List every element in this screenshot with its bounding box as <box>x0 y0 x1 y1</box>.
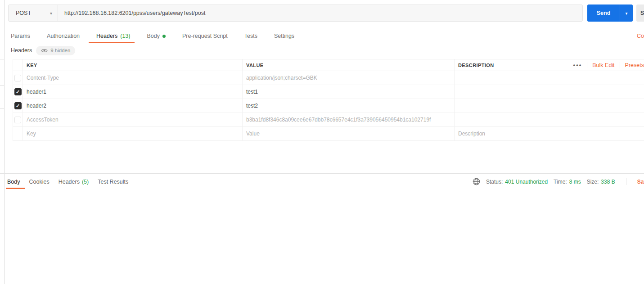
column-key: KEY <box>23 59 243 71</box>
value-cell[interactable]: Value <box>243 127 455 140</box>
method-select[interactable]: POST ▾ <box>9 5 58 21</box>
key-cell[interactable]: Key <box>23 127 243 140</box>
description-cell[interactable] <box>455 99 644 113</box>
hidden-count-label: 9 hidden <box>50 48 70 53</box>
header-row: ✓ header2 test2 <box>13 99 644 113</box>
headers-table-body: Content-Type application/json;charset=GB… <box>13 71 644 141</box>
divider <box>587 62 587 68</box>
tab-label: Params <box>11 33 30 39</box>
pane-divider-tick <box>0 59 4 59</box>
header-row: AccessToken b3ba1fd8f346c8a09cee6e67dbb7… <box>13 113 644 127</box>
presets-link[interactable]: Presets <box>625 62 644 68</box>
time-value: 8 ms <box>569 179 581 185</box>
response-pane: Body Cookies Headers (5) Test Results St… <box>0 173 644 284</box>
green-dot-icon <box>162 35 166 38</box>
save-response-button[interactable]: Save Response <box>637 179 644 185</box>
method-label: POST <box>16 10 31 16</box>
request-tab-authorization[interactable]: Authorization <box>47 33 80 39</box>
description-cell[interactable]: Description <box>455 127 644 140</box>
headers-section-title: Headers <box>11 47 32 54</box>
response-tab-body[interactable]: Body <box>7 179 20 185</box>
send-button[interactable]: Send ▾ <box>587 5 633 22</box>
cookies-link[interactable]: Cookies <box>637 33 644 39</box>
row-checkbox[interactable]: ✓ <box>14 88 22 95</box>
pane-divider-tick <box>0 137 4 137</box>
header-row: Key Value Description <box>13 127 644 141</box>
request-tab-settings[interactable]: Settings <box>274 33 294 39</box>
headers-table-header: KEY VALUE DESCRIPTION ••• Bulk Edit Pres… <box>13 59 644 71</box>
request-url-row: POST ▾ http://192.168.16.182:6201/ppss/u… <box>8 5 644 22</box>
pane-divider-tick <box>0 108 4 108</box>
pane-divider-tick <box>0 86 4 86</box>
tab-label: Tests <box>244 33 257 39</box>
description-cell[interactable] <box>455 113 644 126</box>
network-globe-icon[interactable] <box>473 178 480 185</box>
more-options-icon[interactable]: ••• <box>573 62 582 68</box>
request-tab-headers[interactable]: Headers (13) <box>96 33 130 39</box>
size-value: 338 B <box>601 179 615 185</box>
key-cell[interactable]: AccessToken <box>23 113 243 126</box>
tab-label: Settings <box>274 33 294 39</box>
request-tab-body[interactable]: Body <box>147 33 166 39</box>
chevron-down-icon: ▾ <box>50 11 52 16</box>
url-input[interactable]: http://192.168.16.182:6201/ppss/users/ga… <box>58 5 582 21</box>
row-checkbox[interactable] <box>14 75 21 81</box>
key-cell[interactable]: Content-Type <box>23 71 243 85</box>
row-checkbox[interactable] <box>14 117 21 123</box>
column-description: DESCRIPTION <box>458 63 494 68</box>
send-label: Send <box>587 5 620 22</box>
response-meta: Status: 401 Unauthorized Time: 8 ms Size… <box>473 174 644 189</box>
tab-label: Headers <box>59 179 80 185</box>
save-request-button[interactable]: Save <box>636 5 644 22</box>
divider <box>620 62 620 68</box>
row-checkbox[interactable]: ✓ <box>14 102 22 109</box>
key-cell[interactable]: header2 <box>23 99 243 113</box>
divider <box>626 178 626 185</box>
response-tab-headers[interactable]: Headers (5) <box>59 179 89 185</box>
tab-label: Pre-request Script <box>182 33 228 39</box>
key-cell[interactable]: header1 <box>23 85 243 99</box>
header-row: Content-Type application/json;charset=GB… <box>13 71 644 85</box>
request-tab-params[interactable]: Params <box>11 33 30 39</box>
request-tabs: Params Authorization Headers (13) Body P… <box>11 30 294 42</box>
request-tab-pre-request-script[interactable]: Pre-request Script <box>182 33 228 39</box>
tab-label: Authorization <box>47 33 80 39</box>
size-label: Size: <box>587 179 599 185</box>
header-row: ✓ header1 test1 <box>13 85 644 99</box>
value-cell[interactable]: b3ba1fd8f346c8a09cee6e67dbb78c6657e4c1f3… <box>243 113 455 126</box>
tab-label: Body <box>147 33 160 39</box>
url-bar: POST ▾ http://192.168.16.182:6201/ppss/u… <box>8 5 583 22</box>
description-cell[interactable] <box>455 85 644 99</box>
description-cell[interactable] <box>455 71 644 85</box>
bulk-edit-link[interactable]: Bulk Edit <box>592 62 614 68</box>
tab-label: Test Results <box>98 179 128 185</box>
headers-subbar: Headers 9 hidden <box>11 45 75 55</box>
tab-label: Body <box>7 179 20 185</box>
header-controls: ••• Bulk Edit Presets <box>573 62 644 68</box>
request-tab-tests[interactable]: Tests <box>244 33 257 39</box>
response-tab-test-results[interactable]: Test Results <box>98 179 128 185</box>
headers-table: KEY VALUE DESCRIPTION ••• Bulk Edit Pres… <box>13 59 644 141</box>
send-options-chevron-down-icon[interactable]: ▾ <box>620 5 633 22</box>
select-all-cell <box>13 59 23 71</box>
column-value: VALUE <box>243 59 455 71</box>
value-cell[interactable]: test2 <box>243 99 455 113</box>
tab-count: (13) <box>120 33 130 39</box>
url-text: http://192.168.16.182:6201/ppss/users/ga… <box>64 10 205 16</box>
status-value: 401 Unauthorized <box>505 179 548 185</box>
tab-count: (5) <box>82 179 89 185</box>
status-label: Status: <box>486 179 503 185</box>
value-cell[interactable]: application/json;charset=GBK <box>243 71 455 85</box>
eye-icon <box>41 48 48 53</box>
hidden-headers-toggle[interactable]: 9 hidden <box>36 46 75 55</box>
tab-label: Headers <box>96 33 117 39</box>
time-label: Time: <box>554 179 567 185</box>
tab-label: Cookies <box>29 179 50 185</box>
value-cell[interactable]: test1 <box>243 85 455 99</box>
response-tab-cookies[interactable]: Cookies <box>29 179 50 185</box>
